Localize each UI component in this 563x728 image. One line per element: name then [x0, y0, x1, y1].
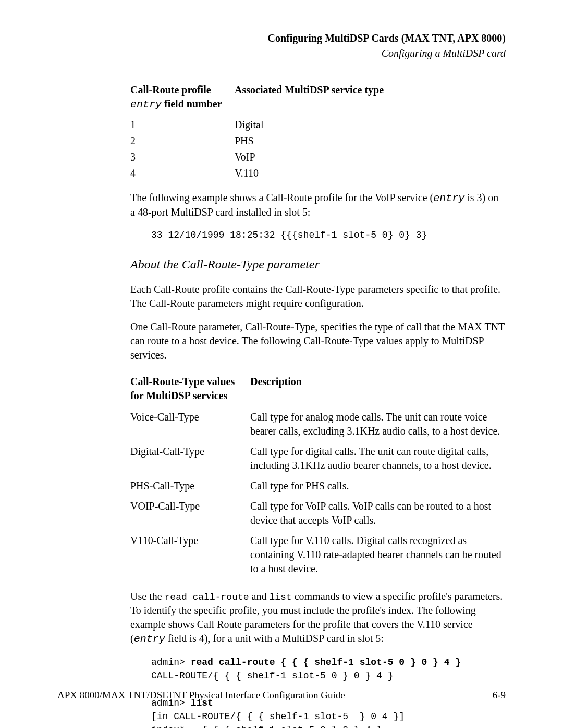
text: Use the	[130, 590, 165, 602]
cell-val: VOIP-Call-Type	[130, 499, 250, 527]
table-row: 2 PHS	[130, 133, 506, 149]
cell-val: Digital-Call-Type	[130, 445, 250, 473]
footer-left: APX 8000/MAX TNT/DSLTNT Physical Interfa…	[57, 688, 345, 702]
mono-entry: entry	[433, 192, 464, 204]
th-entry-mono: entry	[130, 98, 162, 110]
table-entry-service: Call-Route profile entry field number As…	[130, 83, 506, 181]
cell-svc: V.110	[235, 166, 506, 180]
cell-desc: Call type for analog mode calls. The uni…	[250, 410, 506, 438]
cell-num: 1	[130, 118, 235, 132]
table-row: 3 VoIP	[130, 149, 506, 165]
header-subtitle: Configuring a MultiDSP card	[57, 46, 506, 60]
code-line: [in CALL-ROUTE/{ { { shelf-1 slot-5 } 0 …	[151, 711, 405, 722]
header-title: Configuring MultiDSP Cards (MAX TNT, APX…	[57, 31, 506, 45]
content: Call-Route profile entry field number As…	[130, 83, 506, 728]
footer: APX 8000/MAX TNT/DSLTNT Physical Interfa…	[57, 688, 506, 702]
header-rule	[57, 64, 506, 64]
th-entry-suffix: field number	[162, 98, 222, 109]
cell-desc: Call type for VoIP calls. VoIP calls can…	[250, 499, 506, 527]
para-example-intro: The following example shows a Call-Route…	[130, 191, 506, 219]
cell-val: Voice-Call-Type	[130, 410, 250, 438]
para-crt-intro: Each Call-Route profile contains the Cal…	[130, 282, 506, 311]
cell-num: 3	[130, 150, 235, 164]
table-row: VOIP-Call-Type Call type for VoIP calls.…	[130, 496, 506, 530]
para-read-list: Use the read call-route and list command…	[130, 589, 506, 646]
th-desc: Description	[250, 375, 506, 403]
th-service: Associated MultiDSP service type	[235, 83, 506, 112]
table-row: 4 V.110	[130, 165, 506, 181]
cell-val: PHS-Call-Type	[130, 479, 250, 493]
table-row: V110-Call-Type Call type for V.110 calls…	[130, 530, 506, 579]
th-entry-l1: Call-Route profile	[130, 84, 211, 95]
code-line: admin>	[151, 657, 191, 668]
mono-read: read call-route	[165, 592, 249, 602]
text: and	[249, 590, 270, 602]
footer-right: 6-9	[493, 688, 506, 702]
para-crt-desc: One Call-Route parameter, Call-Route-Typ…	[130, 320, 506, 362]
table-row: Digital-Call-Type Call type for digital …	[130, 441, 506, 476]
cell-num: 4	[130, 166, 235, 180]
text: field is 4), for a unit with a MultiDSP …	[165, 633, 384, 644]
table-row: PHS-Call-Type Call type for PHS calls.	[130, 476, 506, 496]
th-value: Call-Route-Type values for MultiDSP serv…	[130, 375, 250, 403]
cell-num: 2	[130, 134, 235, 148]
text: The following example shows a Call-Route…	[130, 192, 433, 203]
page: Configuring MultiDSP Cards (MAX TNT, APX…	[0, 0, 563, 728]
cell-val: V110-Call-Type	[130, 534, 250, 576]
cell-desc: Call type for digital calls. The unit ca…	[250, 445, 506, 473]
cell-svc: PHS	[235, 134, 506, 148]
cell-desc: Call type for V.110 calls. Digital calls…	[250, 534, 506, 576]
th-entry: Call-Route profile entry field number	[130, 83, 235, 112]
cell-svc: VoIP	[235, 150, 506, 164]
cell-desc: Call type for PHS calls.	[250, 479, 506, 493]
table-row: 1 Digital	[130, 117, 506, 133]
code-line: index* = { { { shelf-1 slot-5 0 } 0 } 4 …	[151, 725, 382, 728]
table-head: Call-Route-Type values for MultiDSP serv…	[130, 372, 506, 407]
table-row: Voice-Call-Type Call type for analog mod…	[130, 407, 506, 441]
running-header: Configuring MultiDSP Cards (MAX TNT, APX…	[57, 31, 506, 60]
table-head: Call-Route profile entry field number As…	[130, 83, 506, 117]
cell-svc: Digital	[235, 118, 506, 132]
code-line: CALL-ROUTE/{ { { shelf-1 slot-5 0 } 0 } …	[151, 671, 393, 681]
subheading-call-route-type: About the Call-Route-Type parameter	[130, 256, 506, 273]
code-bold: read call-route { { { shelf-1 slot-5 0 }…	[191, 657, 461, 668]
mono-list: list	[269, 592, 291, 602]
code-example-1: 33 12/10/1999 18:25:32 {{{shelf-1 slot-5…	[151, 229, 506, 241]
table-body: 1 Digital 2 PHS 3 VoIP 4 V.110	[130, 117, 506, 181]
mono-entry: entry	[134, 633, 165, 645]
table-crt-values: Call-Route-Type values for MultiDSP serv…	[130, 372, 506, 579]
